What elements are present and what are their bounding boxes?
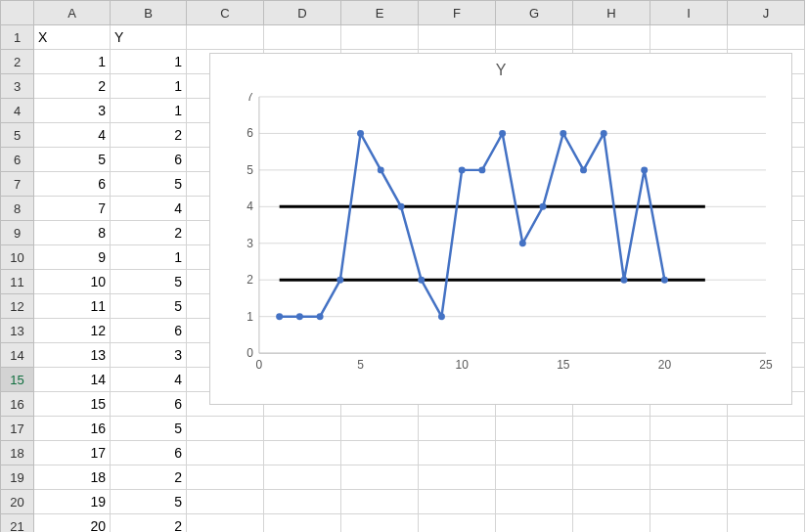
cell-C18[interactable] xyxy=(187,441,264,466)
cell-B15[interactable]: 4 xyxy=(111,368,187,392)
column-header-A[interactable]: A xyxy=(34,1,111,25)
cell-G18[interactable] xyxy=(496,441,573,466)
cell-E20[interactable] xyxy=(341,490,419,514)
cell-G17[interactable] xyxy=(496,417,573,441)
cell-C1[interactable] xyxy=(187,25,264,50)
column-header-D[interactable]: D xyxy=(264,1,341,25)
cell-F20[interactable] xyxy=(419,490,496,514)
cell-A2[interactable]: 1 xyxy=(34,50,111,74)
cell-F21[interactable] xyxy=(419,514,496,533)
cell-I20[interactable] xyxy=(650,490,728,514)
cell-B2[interactable]: 1 xyxy=(111,50,187,74)
row-header-2[interactable]: 2 xyxy=(1,50,34,74)
cell-I1[interactable] xyxy=(650,25,728,50)
row-header-9[interactable]: 9 xyxy=(1,221,34,245)
cell-E1[interactable] xyxy=(341,25,419,50)
cell-B20[interactable]: 5 xyxy=(111,490,187,514)
cell-G20[interactable] xyxy=(496,490,573,514)
row-header-10[interactable]: 10 xyxy=(1,245,34,270)
cell-A18[interactable]: 17 xyxy=(34,441,111,466)
cell-C17[interactable] xyxy=(187,417,264,441)
column-header-C[interactable]: C xyxy=(187,1,264,25)
cell-G19[interactable] xyxy=(496,466,573,490)
cell-A20[interactable]: 19 xyxy=(34,490,111,514)
row-header-12[interactable]: 12 xyxy=(1,294,34,319)
row-header-16[interactable]: 16 xyxy=(1,392,34,417)
cell-G21[interactable] xyxy=(496,514,573,533)
cell-H17[interactable] xyxy=(573,417,650,441)
row-header-6[interactable]: 6 xyxy=(1,148,34,172)
row-header-13[interactable]: 13 xyxy=(1,319,34,343)
cell-B4[interactable]: 1 xyxy=(111,99,187,123)
row-header-21[interactable]: 21 xyxy=(1,514,34,533)
cell-B21[interactable]: 2 xyxy=(111,514,187,533)
cell-B19[interactable]: 2 xyxy=(111,466,187,490)
cell-A13[interactable]: 12 xyxy=(34,319,111,343)
row-header-19[interactable]: 19 xyxy=(1,466,34,490)
cell-A19[interactable]: 18 xyxy=(34,466,111,490)
cell-B5[interactable]: 2 xyxy=(111,123,187,148)
row-header-4[interactable]: 4 xyxy=(1,99,34,123)
cell-H1[interactable] xyxy=(573,25,650,50)
cell-A3[interactable]: 2 xyxy=(34,74,111,99)
column-header-E[interactable]: E xyxy=(341,1,419,25)
column-header-B[interactable]: B xyxy=(111,1,187,25)
cell-D19[interactable] xyxy=(264,466,341,490)
cell-B17[interactable]: 5 xyxy=(111,417,187,441)
cell-J17[interactable] xyxy=(728,417,805,441)
cell-A15[interactable]: 14 xyxy=(34,368,111,392)
row-header-11[interactable]: 11 xyxy=(1,270,34,294)
cell-A6[interactable]: 5 xyxy=(34,148,111,172)
cell-H20[interactable] xyxy=(573,490,650,514)
cell-I18[interactable] xyxy=(650,441,728,466)
cell-B3[interactable]: 1 xyxy=(111,74,187,99)
cell-I21[interactable] xyxy=(650,514,728,533)
cell-D1[interactable] xyxy=(264,25,341,50)
row-header-8[interactable]: 8 xyxy=(1,197,34,221)
cell-I17[interactable] xyxy=(650,417,728,441)
cell-F19[interactable] xyxy=(419,466,496,490)
embedded-chart[interactable]: Y 012345670510152025 xyxy=(209,53,792,405)
cell-B11[interactable]: 5 xyxy=(111,270,187,294)
cell-A1[interactable]: X xyxy=(34,25,111,50)
cell-A11[interactable]: 10 xyxy=(34,270,111,294)
cell-B6[interactable]: 6 xyxy=(111,148,187,172)
cell-B9[interactable]: 2 xyxy=(111,221,187,245)
cell-A16[interactable]: 15 xyxy=(34,392,111,417)
column-header-I[interactable]: I xyxy=(650,1,728,25)
row-header-1[interactable]: 1 xyxy=(1,25,34,50)
cell-D20[interactable] xyxy=(264,490,341,514)
cell-H19[interactable] xyxy=(573,466,650,490)
cell-F18[interactable] xyxy=(419,441,496,466)
row-header-20[interactable]: 20 xyxy=(1,490,34,514)
row-header-14[interactable]: 14 xyxy=(1,343,34,368)
cell-J1[interactable] xyxy=(728,25,805,50)
cell-B12[interactable]: 5 xyxy=(111,294,187,319)
cell-J21[interactable] xyxy=(728,514,805,533)
cell-C21[interactable] xyxy=(187,514,264,533)
row-header-3[interactable]: 3 xyxy=(1,74,34,99)
cell-B16[interactable]: 6 xyxy=(111,392,187,417)
cell-D17[interactable] xyxy=(264,417,341,441)
cell-B7[interactable]: 5 xyxy=(111,172,187,197)
row-header-15[interactable]: 15 xyxy=(1,368,34,392)
cell-A12[interactable]: 11 xyxy=(34,294,111,319)
cell-E18[interactable] xyxy=(341,441,419,466)
cell-C20[interactable] xyxy=(187,490,264,514)
cell-J19[interactable] xyxy=(728,466,805,490)
cell-B13[interactable]: 6 xyxy=(111,319,187,343)
column-header-J[interactable]: J xyxy=(728,1,805,25)
row-header-5[interactable]: 5 xyxy=(1,123,34,148)
cell-A4[interactable]: 3 xyxy=(34,99,111,123)
cell-A7[interactable]: 6 xyxy=(34,172,111,197)
cell-A14[interactable]: 13 xyxy=(34,343,111,368)
cell-C19[interactable] xyxy=(187,466,264,490)
cell-B10[interactable]: 1 xyxy=(111,245,187,270)
column-header-H[interactable]: H xyxy=(573,1,650,25)
cell-A9[interactable]: 8 xyxy=(34,221,111,245)
cell-A21[interactable]: 20 xyxy=(34,514,111,533)
cell-A8[interactable]: 7 xyxy=(34,197,111,221)
cell-F17[interactable] xyxy=(419,417,496,441)
row-header-18[interactable]: 18 xyxy=(1,441,34,466)
cell-F1[interactable] xyxy=(419,25,496,50)
